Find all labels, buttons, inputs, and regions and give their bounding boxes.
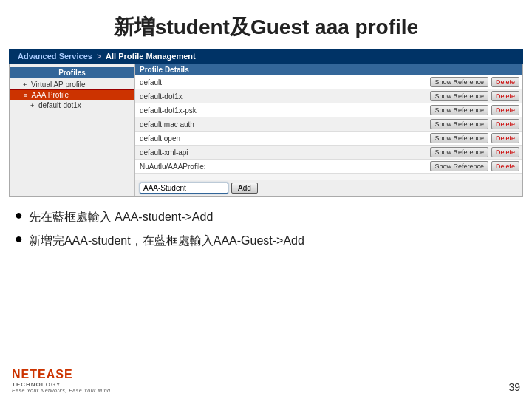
show-reference-button[interactable]: Show Reference <box>430 77 488 87</box>
profiles-sidebar: Profiles + Virtual AP profile ≡ AAA Prof… <box>10 64 135 196</box>
sidebar-item-aaa-profile[interactable]: ≡ AAA Profile <box>10 89 134 100</box>
sidebar-item-default-dot1x[interactable]: + default-dot1x <box>10 100 134 110</box>
profile-name: default <box>135 77 253 88</box>
breadcrumb-separator: > <box>97 52 101 61</box>
sidebar-item-label-sub: default-dot1x <box>38 101 81 109</box>
logo-brand: TECHNOLOGY <box>12 381 61 388</box>
profile-name: default-xml-api <box>135 147 253 158</box>
bullet-dot-2: ● <box>15 229 23 249</box>
show-reference-button[interactable]: Show Reference <box>430 133 488 143</box>
profile-details: Profile Details default Show Reference D… <box>135 64 522 196</box>
row-actions: Show Reference Delete <box>253 89 522 103</box>
row-actions: Show Reference Delete <box>253 132 522 145</box>
table-row: default-dot1x Show Reference Delete <box>135 89 522 103</box>
row-actions: Show Reference Delete <box>253 103 522 117</box>
breadcrumb: Advanced Services > All Profile Manageme… <box>9 49 523 64</box>
sidebar-item-label: Virtual AP profile <box>31 81 86 89</box>
table-row: default mac auth Show Reference Delete <box>135 117 522 132</box>
instruction-text-1: 先在藍框處輸入 AAA-student->Add <box>29 205 213 229</box>
page-title: 新増student及Guest aaa profile <box>0 0 532 49</box>
row-actions: Show Reference Delete <box>253 146 522 159</box>
expand-icon-aaa: ≡ <box>24 92 27 99</box>
new-profile-input[interactable] <box>140 183 228 194</box>
delete-button[interactable]: Delete <box>491 147 519 157</box>
show-reference-button[interactable]: Show Reference <box>430 91 488 101</box>
bullet-dot-1: ● <box>15 205 23 225</box>
row-actions: Show Reference Delete <box>253 75 522 89</box>
show-reference-button[interactable]: Show Reference <box>430 105 488 115</box>
sidebar-item-label-aaa: AAA Profile <box>32 91 69 99</box>
delete-button[interactable]: Delete <box>491 77 519 87</box>
delete-button[interactable]: Delete <box>491 133 519 143</box>
add-profile-button[interactable]: Add <box>231 183 258 194</box>
delete-button[interactable]: Delete <box>491 119 519 129</box>
sidebar-item-virtual-ap[interactable]: + Virtual AP profile <box>10 80 134 89</box>
logo-text: NETEASE <box>12 368 73 381</box>
table-row: default open Show Reference Delete <box>135 132 522 146</box>
table-row: NuAutlu/AAAProfile: Show Reference Delet… <box>135 160 522 174</box>
details-header-label: Profile Details <box>140 66 189 74</box>
row-actions: Show Reference Delete <box>253 117 522 131</box>
details-table: default Show Reference Delete default-do… <box>135 75 522 180</box>
profile-name: default-dot1x-psk <box>135 105 253 116</box>
footer: NETEASE TECHNOLOGY Ease Your Networks, E… <box>0 368 532 393</box>
profile-tree: + Virtual AP profile ≡ AAA Profile + def… <box>10 78 134 112</box>
delete-button[interactable]: Delete <box>491 161 519 171</box>
main-panel: Profiles + Virtual AP profile ≡ AAA Prof… <box>9 64 523 197</box>
instruction-text-2: 新増完AAA-student，在藍框處輸入AAA-Guest->Add <box>29 229 304 253</box>
instruction-item-1: ● 先在藍框處輸入 AAA-student->Add <box>15 205 517 229</box>
add-profile-row: Add <box>135 180 522 196</box>
instruction-item-2: ● 新増完AAA-student，在藍框處輸入AAA-Guest->Add <box>15 229 517 253</box>
show-reference-button[interactable]: Show Reference <box>430 119 488 129</box>
table-row: default Show Reference Delete <box>135 75 522 89</box>
instructions: ● 先在藍框處輸入 AAA-student->Add ● 新増完AAA-stud… <box>15 205 517 253</box>
page-number: 39 <box>508 381 520 393</box>
breadcrumb-current: All Profile Management <box>106 52 196 61</box>
delete-button[interactable]: Delete <box>491 91 519 101</box>
expand-icon: + <box>23 81 27 89</box>
profile-name: NuAutlu/AAAProfile: <box>135 161 253 172</box>
delete-button[interactable]: Delete <box>491 105 519 115</box>
profile-name: default-dot1x <box>135 91 253 102</box>
profile-name: default mac auth <box>135 119 253 130</box>
profiles-header: Profiles <box>10 67 134 78</box>
row-actions: Show Reference Delete <box>253 160 522 173</box>
breadcrumb-link[interactable]: Advanced Services <box>18 52 92 61</box>
logo-area: NETEASE TECHNOLOGY Ease Your Networks, E… <box>12 368 112 393</box>
table-row: default-xml-api Show Reference Delete <box>135 146 522 160</box>
details-header: Profile Details <box>135 64 522 75</box>
expand-icon-sub: + <box>30 102 34 109</box>
logo-tagline: Ease Your Networks, Ease Your Mind. <box>12 388 112 393</box>
show-reference-button[interactable]: Show Reference <box>430 161 488 171</box>
show-reference-button[interactable]: Show Reference <box>430 147 488 157</box>
profile-name: default open <box>135 133 253 144</box>
table-row: default-dot1x-psk Show Reference Delete <box>135 103 522 117</box>
